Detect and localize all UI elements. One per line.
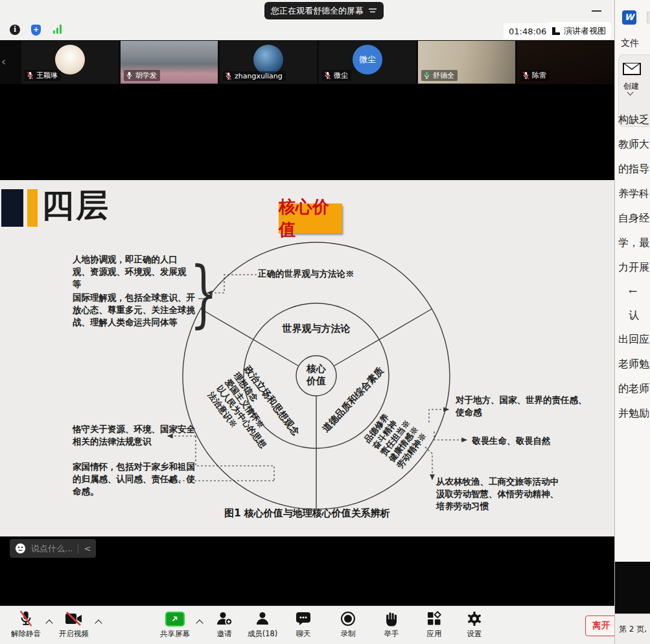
participant-tile[interactable]: zhangxuliang bbox=[220, 41, 317, 84]
annotation-right-2: 敬畏生命、敬畏自然 bbox=[472, 435, 588, 447]
doc-line: 的老师 bbox=[618, 382, 650, 396]
security-shield-icon[interactable]: + bbox=[31, 25, 41, 36]
participant-name: 微尘 bbox=[334, 71, 348, 80]
meeting-timer: 01:48:06 bbox=[504, 23, 551, 39]
participant-name: 王颖琳 bbox=[36, 71, 58, 80]
unmute-button[interactable]: 解除静音 bbox=[5, 610, 47, 639]
doc-line: 出回应 bbox=[618, 333, 650, 347]
share-options-chevron[interactable] bbox=[196, 619, 203, 627]
chat-bubble-icon bbox=[296, 612, 311, 626]
avatar: 微尘 bbox=[353, 45, 382, 75]
mic-on-icon bbox=[126, 71, 133, 80]
title-accent-navy bbox=[1, 189, 23, 227]
network-signal-icon bbox=[53, 25, 62, 34]
slide-section-title: 四层 bbox=[41, 184, 110, 227]
meeting-toolbar: 解除静音 开启视频 共享屏幕 邀请 成员(18) bbox=[0, 606, 614, 644]
doc-line: ← bbox=[618, 285, 650, 297]
word-dark-region bbox=[615, 562, 650, 614]
participant-name: zhangxuliang bbox=[235, 72, 283, 80]
share-screen-button[interactable]: 共享屏幕 bbox=[154, 610, 196, 639]
raised-hand-icon bbox=[384, 611, 399, 627]
mic-muted-icon bbox=[27, 71, 34, 80]
word-window-partial: W 文件 创建 构缺乏 教师大 的指导 养学科 自身经 学，最 力开展 ← 认 … bbox=[614, 0, 650, 644]
doc-line: 自身经 bbox=[618, 212, 650, 225]
envelope-icon bbox=[623, 63, 641, 75]
emoji-icon[interactable] bbox=[15, 543, 26, 554]
video-options-chevron[interactable] bbox=[95, 619, 102, 627]
participants-scroll-left[interactable]: ‹ bbox=[1, 54, 6, 68]
word-status-bar: 第 2 页, bbox=[615, 614, 650, 644]
doc-line: 认 bbox=[618, 309, 650, 323]
doc-line: 教师大 bbox=[618, 138, 650, 152]
participant-name: 舒德全 bbox=[433, 71, 454, 80]
annotation-right-1: 对于地方、国家、世界的责任感、使命感 bbox=[456, 394, 588, 419]
chat-quick-input[interactable]: 说点什么... < bbox=[10, 539, 96, 558]
mute-options-chevron[interactable] bbox=[45, 619, 52, 627]
members-button[interactable]: 成员(18) bbox=[242, 610, 283, 639]
mic-muted-icon bbox=[225, 72, 232, 80]
title-accent-orange bbox=[27, 189, 38, 227]
doc-line: 养学科 bbox=[618, 187, 650, 201]
figure-caption: 图1 核心价值与地理核心价值关系辨析 bbox=[0, 507, 614, 520]
apps-button[interactable]: 应用 bbox=[413, 610, 455, 639]
settings-button[interactable]: 设置 bbox=[454, 610, 495, 639]
screen-watch-label: 您正在观看舒德全的屏幕 bbox=[271, 5, 364, 17]
apps-grid-icon bbox=[426, 611, 442, 627]
start-video-button[interactable]: 开启视频 bbox=[53, 610, 95, 639]
doc-line: 力开展 bbox=[618, 261, 650, 275]
participant-name: 胡学发 bbox=[135, 71, 157, 80]
banner-menu-icon bbox=[369, 8, 377, 14]
chat-placeholder[interactable]: 说点什么... bbox=[31, 543, 73, 555]
layout-view-icon bbox=[551, 27, 561, 36]
gear-icon bbox=[467, 611, 482, 627]
annotation-left-top-2: 国际理解观，包括全球意识、开放心态、尊重多元、关注全球挑战、理解人类命运共同体等 bbox=[73, 292, 197, 328]
word-file-menu[interactable]: 文件 bbox=[621, 38, 639, 49]
word-app-icon[interactable]: W bbox=[622, 10, 636, 25]
mic-muted-icon bbox=[522, 71, 529, 80]
annotation-left-top-1: 人地协调观，即正确的人口观、资源观、环境观、发展观等 bbox=[73, 253, 191, 290]
participant-tile[interactable]: 胡学发 bbox=[121, 41, 218, 84]
participants-strip: ‹ 王颖琳 胡学发 zhangxuliang 微尘 微尘 bbox=[0, 40, 614, 84]
raise-hand-button[interactable]: 举手 bbox=[371, 610, 412, 639]
chat-button[interactable]: 聊天 bbox=[283, 610, 324, 639]
doc-line: 构缺乏 bbox=[618, 113, 650, 127]
mic-muted-icon bbox=[18, 610, 34, 627]
annotation-top: 正确的世界观与方法论※ bbox=[258, 268, 420, 280]
meeting-info-icon[interactable]: i bbox=[10, 25, 20, 35]
diagram-center-label: 核心 价值 bbox=[297, 363, 336, 387]
meeting-topbar: 您正在观看舒德全的屏幕 i + 01:48:06 演讲者视图 bbox=[0, 0, 614, 40]
participant-name: 陈雷 bbox=[532, 71, 546, 80]
avatar bbox=[253, 45, 283, 75]
leave-meeting-button[interactable]: 离开 bbox=[585, 615, 618, 636]
annotation-left-bottom-2: 家国情怀，包括对于家乡和祖国的归属感、认同感、责任感、使命感。 bbox=[73, 461, 202, 498]
record-icon bbox=[340, 611, 356, 627]
participant-tile[interactable]: 陈雷 bbox=[517, 41, 614, 84]
divider bbox=[78, 544, 78, 553]
sector-label-top: 世界观与方法论 bbox=[277, 323, 355, 335]
doc-line: 学，最 bbox=[618, 236, 650, 250]
participant-tile[interactable]: 王颖琳 bbox=[21, 41, 119, 84]
invite-person-icon bbox=[216, 611, 233, 627]
speaker-view-button[interactable]: 演讲者视图 bbox=[546, 22, 611, 40]
shared-screen-letterbox-top bbox=[0, 84, 614, 180]
participant-tile[interactable]: 微尘 微尘 bbox=[319, 41, 416, 84]
camera-off-icon bbox=[65, 612, 83, 626]
doc-line: 老师勉 bbox=[618, 358, 650, 371]
core-values-highlight: 核心价值 bbox=[279, 203, 342, 233]
record-button[interactable]: 录制 bbox=[327, 610, 369, 639]
doc-line: 的指导 bbox=[618, 163, 650, 176]
member-person-icon bbox=[255, 611, 270, 627]
shared-slide: 四层 核心价值 } 人地协调观，即正确的人口观、资源观、环境观、发展观等 国际理… bbox=[0, 180, 614, 536]
chat-collapse-arrow[interactable]: < bbox=[84, 544, 91, 553]
participant-tile-active-speaker[interactable]: 舒德全 bbox=[418, 41, 515, 84]
screen-watch-banner[interactable]: 您正在观看舒德全的屏幕 bbox=[264, 2, 384, 19]
meeting-window: 您正在观看舒德全的屏幕 i + 01:48:06 演讲者视图 bbox=[0, 0, 614, 644]
share-screen-icon bbox=[165, 612, 185, 627]
annotation-left-bottom-1: 恪守关于资源、环境、国家安全相关的法律法规意识 bbox=[73, 423, 196, 448]
mic-muted-icon bbox=[324, 71, 331, 80]
invite-button[interactable]: 邀请 bbox=[203, 610, 245, 639]
minimize-button[interactable] bbox=[592, 10, 601, 12]
doc-line: 并勉励 bbox=[618, 407, 650, 420]
cropped-toolbar-icon bbox=[647, 12, 650, 23]
page-indicator: 第 2 页, bbox=[619, 624, 647, 635]
